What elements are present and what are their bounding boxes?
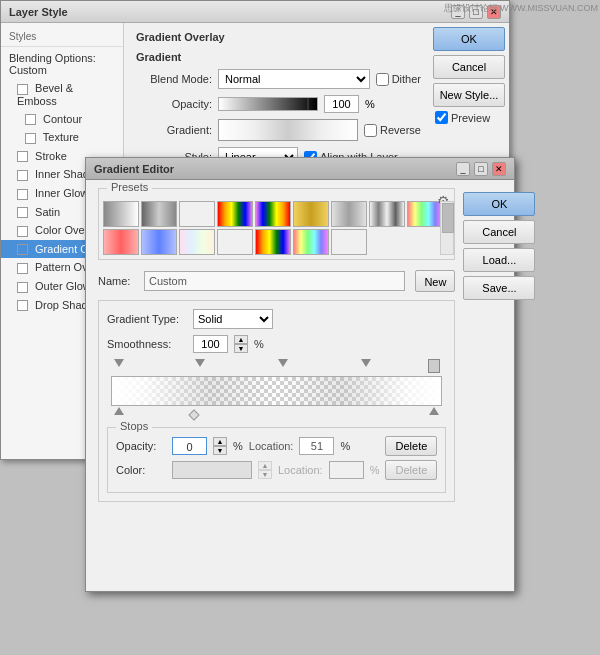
ge-load-button[interactable]: Load... — [463, 248, 535, 272]
presets-scrollthumb[interactable] — [442, 203, 454, 233]
color-stop-up: ▲ — [258, 461, 272, 470]
location-pct-1: % — [340, 440, 350, 452]
ls-ok-button[interactable]: OK — [433, 27, 505, 51]
opacity-value-input[interactable] — [324, 95, 359, 113]
sidebar-styles-label: Styles — [1, 27, 123, 47]
opacity-slider[interactable] — [218, 97, 318, 111]
smoothness-stepper[interactable]: ▲ ▼ — [234, 335, 248, 353]
opacity-stop-2[interactable] — [277, 359, 289, 373]
location-value-1[interactable] — [299, 437, 334, 455]
inner-shadow-checkbox[interactable] — [17, 170, 28, 181]
gradient-type-select[interactable]: Solid — [193, 309, 273, 329]
delete-stop-button-2[interactable]: Delete — [385, 460, 437, 480]
bevel-checkbox[interactable] — [17, 84, 28, 95]
smoothness-label: Smoothness: — [107, 338, 187, 350]
gradient-row-label: Gradient: — [132, 124, 212, 136]
gradient-bar-area — [107, 359, 446, 423]
color-stop-1[interactable] — [428, 407, 440, 421]
color-stop-stepper[interactable]: ▲ ▼ — [258, 461, 272, 479]
texture-label: Texture — [43, 131, 79, 143]
opacity-stop-0[interactable] — [113, 359, 125, 373]
drop-shadow-checkbox[interactable] — [17, 300, 28, 311]
location-label-1: Location: — [249, 440, 294, 452]
ge-ok-button[interactable]: OK — [463, 192, 535, 216]
pattern-overlay-checkbox[interactable] — [17, 263, 28, 274]
opacity-stop-up[interactable]: ▲ — [213, 437, 227, 446]
presets-grid — [99, 189, 454, 259]
gradient-row: Gradient: Reverse — [132, 119, 421, 141]
location-pct-2: % — [370, 464, 380, 476]
preset-swatch-gray[interactable] — [103, 201, 139, 227]
color-stop-preview[interactable] — [172, 461, 252, 479]
stroke-checkbox[interactable] — [17, 151, 28, 162]
smoothness-up[interactable]: ▲ — [234, 335, 248, 344]
blending-options-item[interactable]: Blending Options: Custom — [1, 49, 123, 79]
opacity-stop-stepper[interactable]: ▲ ▼ — [213, 437, 227, 455]
opacity-stop-row: Opacity: 0 ▲ ▼ % Location: % Delete — [116, 436, 437, 456]
color-stop-0[interactable] — [113, 407, 125, 421]
ge-minimize-button[interactable]: _ — [456, 162, 470, 176]
sidebar-item-bevel[interactable]: Bevel & Emboss — [1, 79, 123, 110]
inner-glow-checkbox[interactable] — [17, 189, 28, 200]
preset-swatch-gold[interactable] — [293, 201, 329, 227]
ls-cancel-button[interactable]: Cancel — [433, 55, 505, 79]
outer-glow-label: Outer Glow — [35, 280, 91, 292]
preset-swatch-pastel[interactable] — [179, 229, 215, 255]
satin-checkbox[interactable] — [17, 207, 28, 218]
opacity-stop-down[interactable]: ▼ — [213, 446, 227, 455]
preset-swatch-prism2[interactable] — [293, 229, 329, 255]
preset-swatch-rainbow[interactable] — [217, 201, 253, 227]
contour-checkbox[interactable] — [25, 114, 36, 125]
color-stop-label: Color: — [116, 464, 166, 476]
preset-swatch-chrome[interactable] — [369, 201, 405, 227]
blend-mode-select[interactable]: Normal — [218, 69, 370, 89]
reverse-label: Reverse — [364, 124, 421, 137]
gradient-overlay-checkbox[interactable] — [17, 244, 28, 255]
opacity-stop-3[interactable] — [360, 359, 372, 373]
sidebar-item-contour[interactable]: Contour — [1, 110, 123, 129]
ge-close-button[interactable]: ✕ — [492, 162, 506, 176]
opacity-stop-value[interactable]: 0 — [172, 437, 207, 455]
preset-swatch-trans2[interactable] — [217, 229, 253, 255]
bottom-stops-area[interactable] — [111, 407, 442, 423]
reverse-checkbox[interactable] — [364, 124, 377, 137]
ge-maximize-button[interactable]: □ — [474, 162, 488, 176]
opacity-stop-1[interactable] — [194, 359, 206, 373]
texture-checkbox[interactable] — [25, 133, 36, 144]
preset-swatch-rose[interactable] — [103, 229, 139, 255]
preview-checkbox[interactable] — [435, 111, 448, 124]
color-overlay-checkbox[interactable] — [17, 226, 28, 237]
sidebar-item-texture[interactable]: Texture — [1, 128, 123, 147]
smoothness-down[interactable]: ▼ — [234, 344, 248, 353]
ge-right-buttons: OK Cancel Load... Save... — [463, 188, 535, 510]
gradient-preview[interactable] — [218, 119, 358, 141]
new-gradient-button[interactable]: New — [415, 270, 455, 292]
opacity-stop-4[interactable] — [428, 359, 440, 373]
outer-glow-checkbox[interactable] — [17, 282, 28, 293]
preset-swatch-gray2[interactable] — [141, 201, 177, 227]
ge-save-button[interactable]: Save... — [463, 276, 535, 300]
preset-swatch-rainbow2[interactable] — [255, 201, 291, 227]
stops-group: Stops Opacity: 0 ▲ ▼ % Location: % — [107, 427, 446, 493]
ls-new-style-button[interactable]: New Style... — [433, 83, 505, 107]
smoothness-input[interactable] — [193, 335, 228, 353]
gradient-name-input[interactable] — [144, 271, 405, 291]
gradient-name-row: Name: New — [98, 270, 455, 292]
preset-swatch-trans3[interactable] — [331, 229, 367, 255]
preset-swatch-trans[interactable] — [179, 201, 215, 227]
gradient-bar[interactable] — [111, 376, 442, 406]
color-stop-down: ▼ — [258, 470, 272, 479]
delete-stop-button-1[interactable]: Delete — [385, 436, 437, 456]
opacity-label: Opacity: — [132, 98, 212, 110]
preset-swatch-rainbow2b[interactable] — [255, 229, 291, 255]
ge-cancel-button[interactable]: Cancel — [463, 220, 535, 244]
gradient-editor-title: Gradient Editor — [94, 163, 174, 175]
color-stop-row: Color: ▲ ▼ Location: % Delete — [116, 460, 437, 480]
preset-swatch-blue[interactable] — [141, 229, 177, 255]
preset-swatch-silver[interactable] — [331, 201, 367, 227]
dither-checkbox[interactable] — [376, 73, 389, 86]
inner-glow-label: Inner Glow — [35, 187, 88, 199]
midpoint-diamond[interactable] — [188, 409, 199, 420]
opacity-pct: % — [365, 98, 375, 110]
top-stops-area[interactable] — [111, 359, 442, 375]
